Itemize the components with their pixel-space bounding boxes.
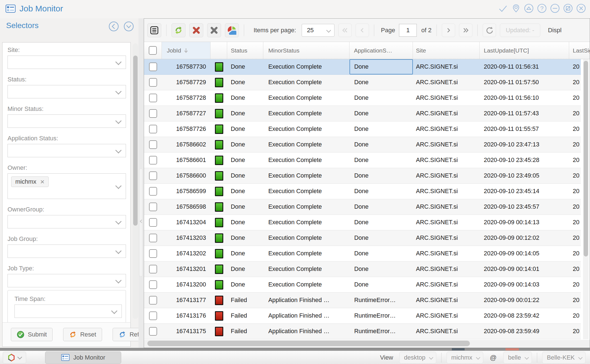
table-row[interactable]: 167413200 Done Execution Complete Done A… xyxy=(144,277,581,293)
ownergroup-select[interactable] xyxy=(8,215,126,228)
application-status-select[interactable] xyxy=(8,144,126,157)
collapse-handle[interactable] xyxy=(139,168,143,277)
cell-applicationstatus[interactable]: Done xyxy=(349,153,413,168)
table-horizontal-scrollbar[interactable] xyxy=(144,340,590,347)
cell-applicationstatus[interactable]: RuntimeError… xyxy=(349,324,413,339)
cell-applicationstatus[interactable]: Done xyxy=(349,168,413,183)
column-header-jobid[interactable]: JobId xyxy=(162,42,210,59)
row-checkbox[interactable] xyxy=(149,140,157,149)
location-pin-icon[interactable] xyxy=(511,4,521,13)
minor-status-select[interactable] xyxy=(8,114,126,128)
restore-icon[interactable] xyxy=(563,3,573,13)
column-header-lastupdate[interactable]: LastUpdate[UTC] xyxy=(480,42,569,59)
row-checkbox[interactable] xyxy=(149,249,157,258)
taskbar-job-monitor-button[interactable]: Job Monitor xyxy=(45,351,121,364)
table-row[interactable]: 167587730 Done Execution Complete Done A… xyxy=(144,59,581,75)
check-icon[interactable] xyxy=(498,4,508,13)
table-row[interactable]: 167413177 Failed Application Finished … … xyxy=(144,293,581,308)
row-checkbox[interactable] xyxy=(149,78,157,87)
row-checkbox[interactable] xyxy=(149,311,157,320)
cell-applicationstatus[interactable]: Done xyxy=(349,261,413,277)
kill-job-button[interactable] xyxy=(189,23,203,37)
chevron-down-icon[interactable] xyxy=(123,21,134,32)
remove-tag-icon[interactable]: × xyxy=(40,179,44,185)
row-checkbox[interactable] xyxy=(149,156,157,164)
sidebar-scrollbar-thumb[interactable] xyxy=(133,56,138,226)
cell-applicationstatus[interactable]: RuntimeError… xyxy=(349,293,413,308)
refresh-grid-button[interactable] xyxy=(172,23,185,37)
table-row[interactable]: 167413202 Done Execution Complete Done A… xyxy=(144,246,581,261)
minimize-icon[interactable] xyxy=(550,3,560,13)
vertical-scrollbar-thumb[interactable] xyxy=(584,61,588,256)
cell-applicationstatus[interactable]: Done xyxy=(349,121,413,137)
delete-job-button[interactable] xyxy=(207,23,221,37)
horizontal-scrollbar-thumb[interactable] xyxy=(147,341,470,346)
row-checkbox[interactable] xyxy=(149,265,157,273)
row-checkbox[interactable] xyxy=(149,280,157,289)
job-group-select[interactable] xyxy=(8,245,126,258)
table-row[interactable]: 167413204 Done Execution Complete Done A… xyxy=(144,215,581,230)
column-header-applicationstatus[interactable]: ApplicationS… xyxy=(349,42,413,59)
sidebar-scrollbar[interactable] xyxy=(133,43,138,319)
last-page-button[interactable] xyxy=(459,24,472,37)
cell-applicationstatus[interactable]: Done xyxy=(349,184,413,199)
column-header-site[interactable]: Site xyxy=(413,42,480,59)
column-header-minorstatus[interactable]: MinorStatus xyxy=(263,42,349,59)
cell-applicationstatus[interactable]: Done xyxy=(349,90,413,106)
table-row[interactable]: 167586601 Done Execution Complete Done A… xyxy=(144,153,581,168)
column-header-status[interactable]: Status xyxy=(227,42,263,59)
cell-applicationstatus[interactable]: Done xyxy=(349,277,413,292)
cell-applicationstatus[interactable]: Done xyxy=(349,246,413,261)
job-type-select[interactable] xyxy=(8,274,126,287)
collapse-up-icon[interactable] xyxy=(524,3,534,13)
help-icon[interactable]: ? xyxy=(537,3,547,13)
cell-applicationstatus[interactable]: Done xyxy=(349,230,413,246)
table-row[interactable]: 167587728 Done Execution Complete Done A… xyxy=(144,90,581,106)
page-number-input[interactable] xyxy=(399,24,417,37)
table-row[interactable]: 167413176 Failed Application Finished … … xyxy=(144,308,581,324)
first-page-button[interactable] xyxy=(338,24,352,37)
cell-applicationstatus[interactable]: RuntimeError… xyxy=(349,308,413,323)
row-checkbox[interactable] xyxy=(149,94,157,102)
user-select[interactable]: michmx xyxy=(447,352,483,363)
updated-button[interactable]: Updated: - xyxy=(500,24,540,37)
site-select[interactable] xyxy=(8,56,126,69)
view-select[interactable]: desktop xyxy=(399,352,436,363)
table-row[interactable]: 167413175 Failed Application Finished … … xyxy=(144,324,581,339)
row-checkbox[interactable] xyxy=(149,234,157,242)
group-select[interactable]: belle xyxy=(503,352,532,363)
row-checkbox[interactable] xyxy=(149,109,157,118)
items-per-page-select[interactable]: 25 xyxy=(302,24,334,37)
column-header-statusicon[interactable] xyxy=(210,42,227,59)
row-checkbox[interactable] xyxy=(149,203,157,211)
row-checkbox[interactable] xyxy=(149,296,157,305)
table-row[interactable]: 167587726 Done Execution Complete Done A… xyxy=(144,121,581,137)
reload-page-button[interactable] xyxy=(483,24,496,37)
prev-page-button[interactable] xyxy=(356,24,369,37)
cell-applicationstatus[interactable]: Done xyxy=(349,59,413,74)
cell-applicationstatus[interactable]: Done xyxy=(349,137,413,152)
table-row[interactable]: 167586600 Done Execution Complete Done A… xyxy=(144,168,581,184)
select-all-header[interactable] xyxy=(144,42,162,59)
table-row[interactable]: 167413201 Done Execution Complete Done A… xyxy=(144,261,581,277)
status-select[interactable] xyxy=(8,85,126,98)
table-row[interactable]: 167413203 Done Execution Complete Done A… xyxy=(144,230,581,246)
select-all-checkbox[interactable] xyxy=(149,46,157,55)
table-vertical-scrollbar[interactable] xyxy=(583,59,589,339)
row-checkbox[interactable] xyxy=(149,125,157,133)
cell-applicationstatus[interactable]: Done xyxy=(349,199,413,215)
table-row[interactable]: 167586602 Done Execution Complete Done A… xyxy=(144,137,581,153)
table-row[interactable]: 167586598 Done Execution Complete Done A… xyxy=(144,199,581,215)
time-span-select[interactable] xyxy=(14,305,122,318)
panel-splitter[interactable] xyxy=(138,18,144,348)
row-checkbox[interactable] xyxy=(149,63,157,71)
column-header-lastsignoflife[interactable]: LastSig xyxy=(569,42,590,59)
row-checkbox[interactable] xyxy=(149,187,157,196)
row-checkbox[interactable] xyxy=(149,171,157,180)
dirac-menu-button[interactable] xyxy=(3,352,26,363)
row-checkbox[interactable] xyxy=(149,218,157,227)
statistics-button[interactable] xyxy=(225,23,239,37)
setup-select[interactable]: Belle-KEK xyxy=(542,352,586,363)
row-checkbox[interactable] xyxy=(149,327,157,336)
cell-applicationstatus[interactable]: Done xyxy=(349,106,413,121)
